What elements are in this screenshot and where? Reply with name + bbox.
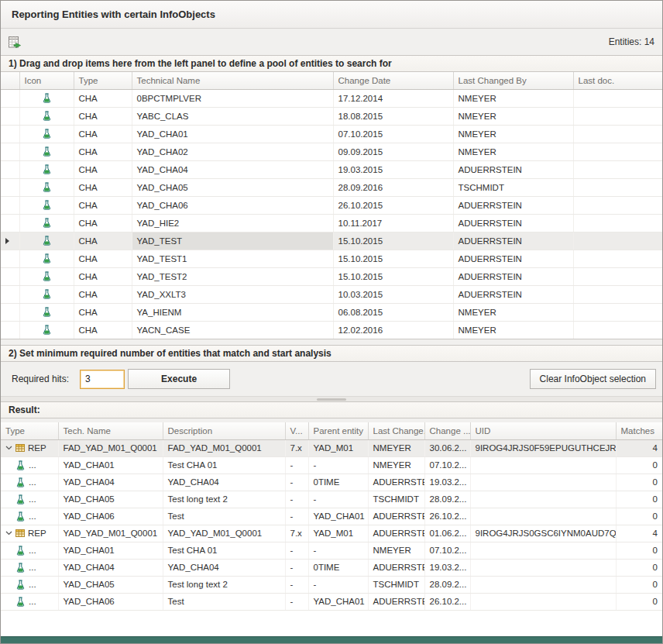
- result-rows: REP FAD_YAD_M01_Q0001 FAD_YAD_M01_Q0001 …: [1, 439, 662, 610]
- entity-icon-cell: [19, 89, 74, 107]
- column-header-uid[interactable]: UID: [470, 422, 616, 439]
- column-header-matches[interactable]: Matches: [616, 422, 662, 439]
- entity-last-doc-cell: [573, 250, 662, 267]
- section1-header: 1) Drag and drop items here from the lef…: [1, 55, 662, 72]
- result-tech-name-cell: YAD_CHA05: [58, 576, 163, 593]
- column-header-change-date[interactable]: Change Date: [333, 72, 453, 89]
- result-uid-cell: [470, 508, 616, 525]
- entity-last-changed-by-cell: NMEYER: [453, 107, 573, 125]
- entity-icon-cell: [19, 143, 74, 160]
- result-version-cell: -: [285, 474, 308, 491]
- row-selector-cell: [1, 232, 19, 250]
- column-header-result-type[interactable]: Type: [1, 422, 58, 439]
- characteristic-icon: [42, 236, 52, 246]
- result-parent-entity-cell: 0TIME: [308, 559, 368, 576]
- section1-header-text: 1) Drag and drop items here from the lef…: [9, 58, 392, 69]
- column-header-last-changed[interactable]: Last Change...: [368, 422, 424, 439]
- column-header-tech-name[interactable]: Tech. Name: [58, 422, 163, 439]
- entity-change-date-cell: 07.10.2015: [333, 125, 453, 143]
- chevron-down-icon[interactable]: [5, 531, 12, 536]
- result-description-cell: YAD_YAD_M01_Q0001: [163, 525, 285, 542]
- entity-last-doc-cell: [573, 178, 662, 196]
- chevron-down-icon[interactable]: [5, 446, 12, 450]
- entity-row[interactable]: CHA YAD_CHA04 19.03.2015 ADUERRSTEIN: [1, 160, 662, 178]
- result-matches-cell: 0: [616, 456, 662, 474]
- result-tech-name-cell: YAD_CHA04: [58, 474, 163, 491]
- column-header-parent-entity[interactable]: Parent entity: [308, 422, 368, 439]
- entity-technical-name-cell: YAD_CHA01: [132, 125, 333, 143]
- result-row[interactable]: ... YAD_CHA05 Test long text 2 - - TSCHM…: [1, 491, 662, 508]
- entity-last-doc-cell: [573, 160, 662, 178]
- row-selector-cell: [1, 107, 19, 125]
- entity-technical-name-cell: YAD_TEST: [132, 232, 333, 250]
- column-header-type[interactable]: Type: [74, 72, 132, 89]
- entity-last-doc-cell: [573, 125, 662, 143]
- column-header-icon[interactable]: Icon: [19, 72, 74, 89]
- characteristic-icon: [15, 494, 26, 505]
- entity-row[interactable]: CHA 0BPCTMPLVER 17.12.2014 NMEYER: [1, 89, 662, 107]
- entity-type-cell: CHA: [74, 89, 132, 107]
- row-selector-cell: [1, 250, 19, 267]
- entity-row[interactable]: CHA YAD_TEST1 15.10.2015 ADUERRSTEIN: [1, 250, 662, 267]
- entity-icon-cell: [19, 160, 74, 178]
- column-header-description[interactable]: Description: [163, 422, 285, 439]
- entity-row[interactable]: CHA YAD_TEST 15.10.2015 ADUERRSTEIN: [1, 232, 662, 250]
- result-row[interactable]: ... YAD_CHA06 Test - YAD_CHA01 ADUERRSTE…: [1, 508, 662, 525]
- export-to-spreadsheet-button[interactable]: [7, 35, 23, 50]
- entity-pool-table: Icon Type Technical Name Change Date Las…: [1, 72, 662, 339]
- entity-row[interactable]: CHA YAD_XXLT3 10.03.2015 ADUERRSTEIN: [1, 285, 662, 303]
- result-type-cell: ...: [1, 559, 58, 576]
- result-type-label: REP: [28, 443, 46, 453]
- result-type-inner: ...: [5, 511, 53, 522]
- result-type-label: ...: [29, 597, 36, 606]
- result-parent-entity-cell: YAD_CHA01: [308, 593, 368, 610]
- characteristic-icon: [42, 182, 52, 192]
- entity-row[interactable]: CHA YACN_CASE 12.02.2016 NMEYER: [1, 321, 662, 339]
- entity-pool-rows: CHA 0BPCTMPLVER 17.12.2014 NMEYER: [1, 89, 662, 339]
- result-matches-cell: 0: [616, 508, 662, 525]
- entity-row[interactable]: CHA YAD_CHA05 28.09.2016 TSCHMIDT: [1, 178, 662, 196]
- entity-row[interactable]: CHA YAD_CHA02 09.09.2015 NMEYER: [1, 143, 662, 160]
- column-header-last-doc[interactable]: Last doc.: [573, 72, 662, 89]
- entity-row[interactable]: CHA YAD_CHA01 07.10.2015 NMEYER: [1, 125, 662, 143]
- entity-last-changed-by-cell: NMEYER: [453, 125, 573, 143]
- result-row[interactable]: ... YAD_CHA06 Test - YAD_CHA01 ADUERRSTE…: [1, 593, 662, 610]
- result-row[interactable]: ... YAD_CHA01 Test CHA 01 - - NMEYER 07.…: [1, 542, 662, 559]
- row-selector-header: [1, 72, 19, 89]
- bottom-accent-bar: [1, 636, 662, 643]
- result-matches-cell: 0: [616, 559, 662, 576]
- result-change-date-cell: 30.06.2...: [424, 439, 470, 456]
- entity-change-date-cell: 10.03.2015: [333, 285, 453, 303]
- result-row[interactable]: ... YAD_CHA05 Test long text 2 - - TSCHM…: [1, 576, 662, 593]
- result-row[interactable]: REP YAD_YAD_M01_Q0001 YAD_YAD_M01_Q0001 …: [1, 525, 662, 542]
- column-header-technical-name[interactable]: Technical Name: [132, 72, 333, 89]
- result-uid-cell: 9IROG4JRJS0GSC6IYNM0AUD7Q: [470, 525, 616, 542]
- entity-row[interactable]: CHA YABC_CLAS 18.08.2015 NMEYER: [1, 107, 662, 125]
- result-header: Result:: [1, 401, 662, 418]
- result-version-cell: -: [285, 559, 308, 576]
- entity-row[interactable]: CHA YAD_CHA06 26.10.2015 ADUERRSTEIN: [1, 196, 662, 214]
- result-matches-cell: 0: [616, 474, 662, 491]
- clear-infoobject-selection-button[interactable]: Clear InfoObject selection: [530, 369, 656, 389]
- column-header-last-changed-by[interactable]: Last Changed By: [453, 72, 573, 89]
- row-selector-cell: [1, 321, 19, 339]
- result-version-cell: 7.x: [285, 439, 308, 456]
- execute-button[interactable]: Execute: [128, 369, 230, 389]
- result-type-label: ...: [29, 477, 36, 487]
- required-hits-input[interactable]: [80, 370, 125, 389]
- entity-type-cell: CHA: [74, 214, 132, 232]
- entity-row[interactable]: CHA YAD_HIE2 10.11.2017 ADUERRSTEIN: [1, 214, 662, 232]
- splitter-handle[interactable]: [1, 396, 662, 401]
- entity-row[interactable]: CHA YAD_TEST2 15.10.2015 ADUERRSTEIN: [1, 267, 662, 285]
- result-row[interactable]: ... YAD_CHA04 YAD_CHA04 - 0TIME ADUERRST…: [1, 474, 662, 491]
- result-row[interactable]: ... YAD_CHA01 Test CHA 01 - - NMEYER 07.…: [1, 456, 662, 474]
- column-header-change[interactable]: Change ...: [424, 422, 470, 439]
- characteristic-icon: [42, 325, 52, 335]
- result-row[interactable]: REP FAD_YAD_M01_Q0001 FAD_YAD_M01_Q0001 …: [1, 439, 662, 456]
- entity-last-doc-cell: [573, 196, 662, 214]
- result-header-row: Type Tech. Name Description V... Parent …: [1, 422, 662, 439]
- result-row[interactable]: ... YAD_CHA04 YAD_CHA04 - 0TIME ADUERRST…: [1, 559, 662, 576]
- entity-technical-name-cell: YABC_CLAS: [132, 107, 333, 125]
- column-header-version[interactable]: V...: [285, 422, 308, 439]
- entity-row[interactable]: CHA YA_HIENM 06.08.2015 NMEYER: [1, 303, 662, 321]
